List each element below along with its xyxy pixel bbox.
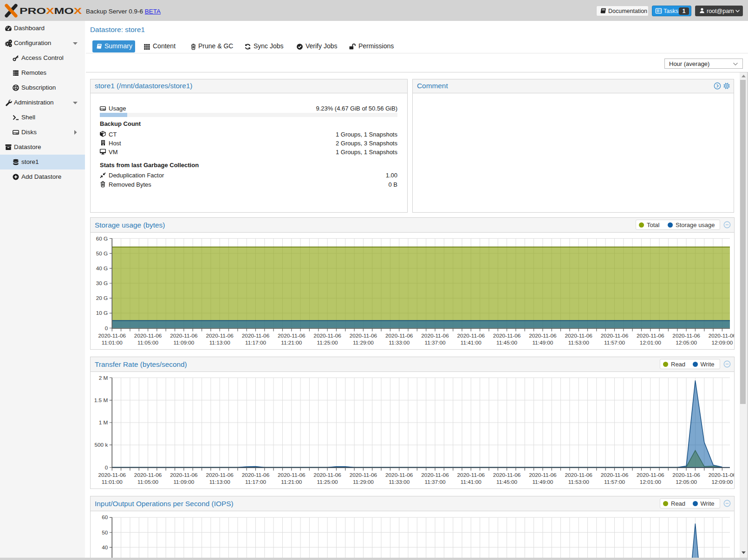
svg-text:12:01:00: 12:01:00: [640, 339, 661, 346]
svg-text:12:05:00: 12:05:00: [676, 479, 697, 485]
svg-text:2020-11-06: 2020-11-06: [98, 472, 126, 478]
svg-text:2020-11-06: 2020-11-06: [709, 472, 734, 478]
svg-text:60: 60: [102, 514, 108, 521]
svg-text:50: 50: [102, 529, 108, 536]
svg-text:11:33:00: 11:33:00: [389, 479, 410, 485]
svg-text:2020-11-06: 2020-11-06: [637, 472, 664, 478]
svg-text:2020-11-06: 2020-11-06: [242, 332, 270, 339]
svg-text:12:09:00: 12:09:00: [711, 479, 733, 485]
svg-text:11:53:00: 11:53:00: [568, 479, 589, 485]
svg-text:11:21:00: 11:21:00: [281, 479, 302, 485]
svg-text:30 G: 30 G: [96, 280, 108, 287]
svg-text:11:05:00: 11:05:00: [137, 339, 158, 346]
svg-text:60 G: 60 G: [96, 235, 108, 242]
svg-text:11:37:00: 11:37:00: [424, 479, 445, 485]
svg-text:40: 40: [102, 544, 108, 551]
svg-text:2020-11-06: 2020-11-06: [98, 332, 126, 339]
svg-text:11:45:00: 11:45:00: [496, 339, 517, 346]
svg-text:2020-11-06: 2020-11-06: [457, 332, 485, 339]
svg-text:1 M: 1 M: [99, 419, 108, 426]
svg-text:12:05:00: 12:05:00: [676, 339, 697, 346]
svg-text:11:33:00: 11:33:00: [389, 339, 410, 346]
svg-text:2020-11-06: 2020-11-06: [529, 472, 557, 478]
svg-text:2020-11-06: 2020-11-06: [565, 472, 592, 478]
svg-text:2020-11-06: 2020-11-06: [350, 332, 377, 339]
svg-text:2020-11-06: 2020-11-06: [206, 472, 234, 478]
svg-text:11:57:00: 11:57:00: [604, 479, 625, 485]
svg-text:1.5 M: 1.5 M: [94, 397, 108, 404]
svg-text:2020-11-06: 2020-11-06: [134, 332, 162, 339]
svg-text:2020-11-06: 2020-11-06: [709, 332, 734, 339]
svg-text:11:29:00: 11:29:00: [353, 339, 374, 346]
svg-text:11:49:00: 11:49:00: [532, 479, 553, 485]
svg-text:2020-11-06: 2020-11-06: [170, 472, 198, 478]
svg-text:2020-11-06: 2020-11-06: [637, 332, 664, 339]
svg-text:11:05:00: 11:05:00: [137, 479, 158, 485]
svg-text:12:01:00: 12:01:00: [640, 479, 661, 485]
svg-text:11:01:00: 11:01:00: [102, 339, 123, 346]
svg-text:11:29:00: 11:29:00: [353, 479, 374, 485]
svg-text:2020-11-06: 2020-11-06: [206, 332, 234, 339]
svg-text:2020-11-06: 2020-11-06: [313, 472, 341, 478]
svg-text:11:41:00: 11:41:00: [461, 339, 481, 346]
svg-text:2020-11-06: 2020-11-06: [601, 472, 629, 478]
svg-text:50 G: 50 G: [96, 250, 108, 257]
svg-text:2020-11-06: 2020-11-06: [672, 332, 700, 339]
svg-text:11:41:00: 11:41:00: [461, 479, 481, 485]
svg-text:2020-11-06: 2020-11-06: [565, 332, 592, 339]
svg-text:11:57:00: 11:57:00: [604, 339, 625, 346]
svg-text:11:45:00: 11:45:00: [496, 479, 517, 485]
svg-text:500 k: 500 k: [94, 442, 108, 448]
svg-text:11:49:00: 11:49:00: [532, 339, 553, 346]
svg-text:12:09:00: 12:09:00: [711, 339, 733, 346]
svg-text:2 M: 2 M: [99, 375, 108, 381]
svg-text:11:17:00: 11:17:00: [245, 479, 266, 485]
svg-text:2020-11-06: 2020-11-06: [350, 472, 377, 478]
svg-text:11:13:00: 11:13:00: [209, 479, 230, 485]
svg-text:2020-11-06: 2020-11-06: [672, 472, 700, 478]
svg-text:2020-11-06: 2020-11-06: [385, 332, 413, 339]
svg-text:11:25:00: 11:25:00: [317, 479, 338, 485]
svg-text:10 G: 10 G: [96, 310, 108, 316]
svg-text:2020-11-06: 2020-11-06: [278, 332, 306, 339]
svg-text:2020-11-06: 2020-11-06: [242, 472, 270, 478]
svg-text:11:13:00: 11:13:00: [209, 339, 230, 346]
svg-text:11:01:00: 11:01:00: [102, 479, 123, 485]
svg-text:20 G: 20 G: [96, 295, 108, 301]
svg-text:2020-11-06: 2020-11-06: [313, 332, 341, 339]
svg-text:2020-11-06: 2020-11-06: [385, 472, 413, 478]
svg-text:2020-11-06: 2020-11-06: [493, 472, 521, 478]
svg-text:11:09:00: 11:09:00: [173, 479, 194, 485]
svg-text:2020-11-06: 2020-11-06: [529, 332, 557, 339]
svg-text:0: 0: [105, 325, 108, 332]
svg-text:11:17:00: 11:17:00: [245, 339, 266, 346]
svg-text:2020-11-06: 2020-11-06: [457, 472, 485, 478]
svg-text:2020-11-06: 2020-11-06: [134, 472, 162, 478]
svg-text:11:09:00: 11:09:00: [173, 339, 194, 346]
svg-text:2020-11-06: 2020-11-06: [170, 332, 198, 339]
svg-text:2020-11-06: 2020-11-06: [601, 332, 629, 339]
svg-text:2020-11-06: 2020-11-06: [493, 332, 521, 339]
svg-text:11:37:00: 11:37:00: [424, 339, 445, 346]
svg-text:2020-11-06: 2020-11-06: [421, 332, 449, 339]
svg-text:0: 0: [105, 464, 108, 471]
svg-text:11:25:00: 11:25:00: [317, 339, 338, 346]
svg-text:11:53:00: 11:53:00: [568, 339, 589, 346]
svg-text:11:21:00: 11:21:00: [281, 339, 302, 346]
svg-text:2020-11-06: 2020-11-06: [278, 472, 306, 478]
svg-text:2020-11-06: 2020-11-06: [421, 472, 449, 478]
svg-text:40 G: 40 G: [96, 265, 108, 272]
